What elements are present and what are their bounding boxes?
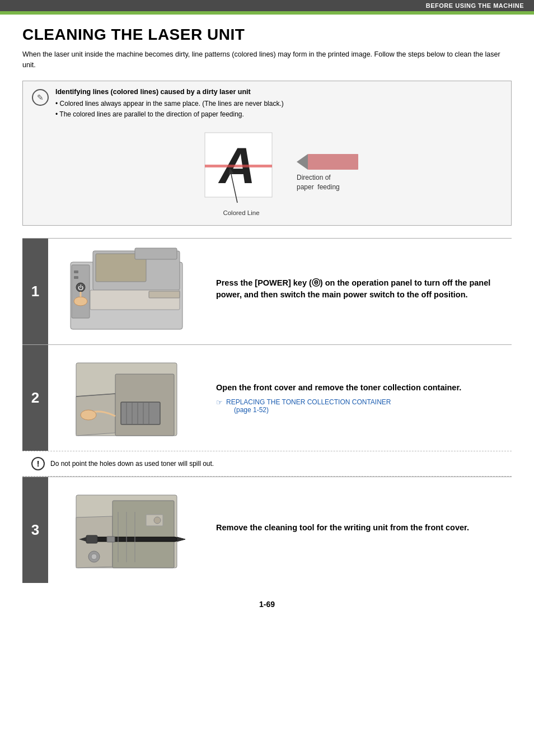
direction-label: Direction ofpaper feeding (297, 173, 340, 192)
step-3-row: 3 (22, 477, 512, 583)
step-3-image (48, 477, 205, 583)
info-box: ✎ Identifying lines (colored lines) caus… (22, 81, 512, 226)
svg-point-36 (91, 554, 97, 559)
svg-rect-11 (74, 276, 78, 279)
intro-text: When the laser unit inside the machine b… (22, 49, 512, 71)
info-bullets-list: Colored lines always appear in the same … (55, 99, 502, 120)
step-2-ref-text: REPLACING THE TONER COLLECTION CONTAINER… (226, 398, 391, 414)
svg-rect-31 (87, 537, 177, 542)
step-2-ref: ☞ REPLACING THE TONER COLLECTION CONTAIN… (216, 398, 500, 414)
svg-rect-10 (74, 270, 78, 273)
info-content: Identifying lines (colored lines) caused… (55, 88, 502, 216)
note-icon: ✎ (32, 89, 49, 106)
svg-rect-32 (86, 535, 97, 543)
svg-point-26 (81, 410, 96, 420)
colored-line-label: Colored Line (223, 209, 259, 216)
page-title: CLEANING THE LASER UNIT (22, 26, 512, 44)
step-1-number: 1 (22, 239, 48, 344)
direction-arrow-icon (297, 154, 308, 170)
info-box-title: Identifying lines (colored lines) caused… (55, 88, 502, 96)
info-bullet-2: The colored lines are parallel to the di… (55, 109, 502, 120)
step-3-number: 3 (22, 477, 48, 583)
direction-area: Direction ofpaper feeding (297, 154, 358, 192)
info-bullet-1: Colored lines always appear in the same … (55, 99, 502, 109)
step-3-illustration (59, 484, 194, 576)
step-2-image (48, 345, 205, 451)
step-1-text-col: Press the [POWER] key (ⓔ) on the operati… (205, 239, 512, 344)
step-2-illustration (59, 352, 194, 444)
svg-point-15 (74, 297, 87, 306)
warning-text: Do not point the holes down as used tone… (50, 460, 214, 468)
step-1-illustration: ⏻ (59, 245, 194, 338)
warning-icon: ! (31, 457, 45, 470)
warning-row: ! Do not point the holes down as used to… (22, 451, 512, 477)
svg-marker-33 (177, 537, 185, 542)
step-2-text-col: Open the front cover and remove the tone… (205, 345, 512, 451)
step-2-row: 2 (22, 344, 512, 451)
svg-rect-34 (107, 536, 115, 542)
svg-point-41 (154, 517, 161, 524)
step-3-text-col: Remove the cleaning tool for the writing… (205, 477, 512, 583)
step-1-main-text: Press the [POWER] key (ⓔ) on the operati… (216, 277, 500, 302)
ref-icon: ☞ (216, 398, 223, 407)
step-1-row: 1 ⏻ (22, 238, 512, 344)
svg-rect-2 (205, 165, 272, 167)
direction-bar (308, 154, 358, 170)
step-2-main-text: Open the front cover and remove the tone… (216, 382, 500, 394)
svg-text:⏻: ⏻ (78, 284, 83, 291)
header-title: BEFORE USING THE MACHINE (426, 2, 524, 9)
svg-rect-30 (113, 501, 174, 568)
step-2-number: 2 (22, 345, 48, 451)
colored-line-diagram: A (199, 130, 283, 208)
page-number: 1-69 (22, 600, 512, 620)
header-bar: BEFORE USING THE MACHINE (0, 0, 534, 11)
step-3-main-text: Remove the cleaning tool for the writing… (216, 522, 500, 534)
svg-rect-14 (149, 291, 180, 298)
step-1-image: ⏻ (48, 239, 205, 344)
svg-rect-13 (135, 248, 177, 259)
